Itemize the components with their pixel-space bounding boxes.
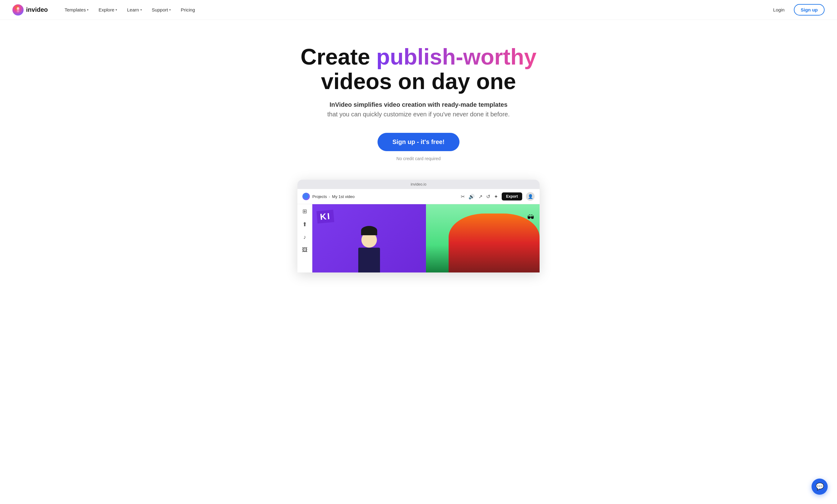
refresh-icon[interactable]: ↺ [486,194,490,200]
video-title[interactable]: My 1st video [332,194,355,199]
hero-subtitle-secondary: that you can quickly customize even if y… [327,111,510,118]
chevron-down-icon: ▾ [115,8,117,12]
sunglasses-icon: 🕶 [527,214,534,221]
music-icon[interactable]: ♪ [303,234,306,240]
person-area-left [312,211,426,272]
nav-link-explore[interactable]: Explore ▾ [94,5,121,15]
cut-icon[interactable]: ✂ [461,194,465,200]
nav-link-pricing[interactable]: Pricing [176,5,199,15]
toolbar-logo [302,193,310,200]
editor-canvas: KI [312,204,539,272]
projects-label[interactable]: Projects [312,194,327,199]
navbar: invideo Templates ▾ Explore ▾ Learn ▾ Su… [0,0,837,20]
chevron-down-icon: ▾ [140,8,142,12]
user-avatar: 👤 [526,192,535,201]
editor-body: ⊞ ⬆ ♪ 🖼 KI [298,204,539,272]
url-text: invideo.io [411,182,427,186]
nav-link-support[interactable]: Support ▾ [147,5,175,15]
hero-title: Create publish-worthy videos on day one [279,45,558,94]
chevron-down-icon: ▾ [169,8,171,12]
editor-sidebar: ⊞ ⬆ ♪ 🖼 [298,204,312,272]
nav-right: Login Sign up [769,4,824,16]
hero-subtitle-bold: InVideo simplifies video creation with r… [330,101,507,108]
toolbar-actions: ✂ 🔊 ↗ ↺ ✦ Export 👤 [461,192,535,201]
hero-title-highlight: publish-worthy [376,44,536,69]
svg-point-2 [304,194,308,199]
editor-toolbar: Projects › My 1st video ✂ 🔊 ↗ ↺ ✦ Export… [298,189,539,204]
no-credit-text: No credit card required [396,156,441,161]
upload-icon[interactable]: ⬆ [302,221,307,228]
nav-link-learn[interactable]: Learn ▾ [123,5,146,15]
share-icon[interactable]: ↗ [478,194,482,200]
chevron-down-icon: ▾ [87,8,88,12]
cta-button[interactable]: Sign up - it's free! [377,133,460,151]
logo-icon [13,4,23,16]
magic-icon[interactable]: ✦ [494,194,498,200]
signup-button[interactable]: Sign up [794,4,824,16]
canvas-panel-right: 🕶 [426,204,539,272]
canvas-panel-left: KI [312,204,426,272]
login-button[interactable]: Login [769,5,789,15]
nav-links: Templates ▾ Explore ▾ Learn ▾ Support ▾ … [60,5,769,15]
logo-text: invideo [26,6,48,13]
export-button[interactable]: Export [502,193,522,200]
editor-preview: invideo.io Projects › My 1st video ✂ 🔊 ↗… [298,180,539,272]
logo-link[interactable]: invideo [13,4,48,16]
image-icon[interactable]: 🖼 [302,247,308,253]
hero-section: Create publish-worthy videos on day one … [0,20,837,291]
nav-link-templates[interactable]: Templates ▾ [60,5,93,15]
svg-point-1 [17,7,19,10]
url-bar: invideo.io [298,180,539,189]
toolbar-breadcrumb: Projects › My 1st video [312,194,355,199]
audio-icon[interactable]: 🔊 [468,194,475,200]
grid-icon[interactable]: ⊞ [302,208,307,215]
